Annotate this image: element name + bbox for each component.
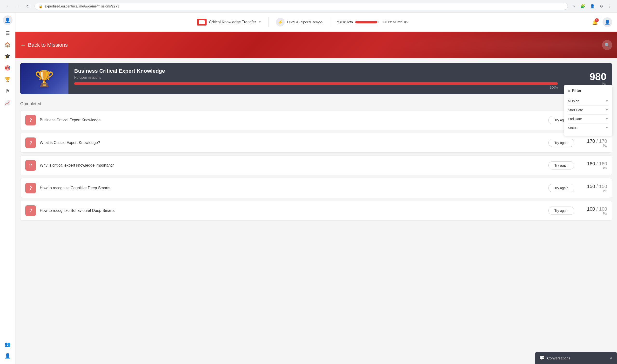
missions-icon: 🎯 [5, 65, 11, 71]
refresh-button[interactable]: ↻ [24, 3, 32, 10]
chevron-down-icon: ▼ [605, 108, 608, 112]
sidebar-item-team[interactable]: 👥 [2, 339, 13, 350]
mission-item-name: How to recognize Behavioural Deep Smarts [40, 208, 545, 213]
level-text: Level 4 - Speed Demon [287, 20, 322, 24]
try-again-button[interactable]: Try again [548, 161, 574, 169]
mission-item: ? What is Critical Expert Knowledge? Try… [20, 133, 612, 153]
home-icon: 🏠 [5, 42, 11, 48]
sidebar-item-home[interactable]: 🏠 [2, 39, 13, 50]
mission-item-icon: ? [25, 137, 36, 148]
flag-icon: ⚑ [6, 88, 10, 94]
address-bar[interactable]: 🔒 expertized.eu.centrical.me/w/game/miss… [34, 3, 568, 10]
game-logo [197, 19, 206, 26]
points-section: 3,670 Pts 330 Pts to level up [332, 20, 412, 24]
score-current: 170 [587, 138, 595, 144]
settings-button[interactable]: ⚙ [598, 3, 604, 9]
score-pts-label: Pts [578, 167, 607, 170]
try-again-button[interactable]: Try again [548, 207, 574, 215]
bookmark-button[interactable]: ☆ [571, 3, 577, 9]
notification-button[interactable]: 🔔 5 [590, 17, 600, 27]
user-avatar-button[interactable]: 👤 [603, 17, 612, 27]
completed-label: Completed [20, 101, 612, 106]
score-separator: / 170 [595, 138, 607, 144]
back-to-missions-link[interactable]: ← Back to Missions [20, 42, 68, 48]
filter-icon: ≡ [568, 89, 570, 93]
score-current: 100 [587, 206, 595, 212]
chevron-down-icon: ▼ [605, 117, 608, 121]
filter-item[interactable]: End Date ▼ [568, 115, 608, 124]
filter-item[interactable]: Status ▼ [568, 124, 608, 132]
sidebar-item-challenges[interactable]: 🏆 [2, 74, 13, 85]
profile-button[interactable]: 👤 [589, 3, 596, 9]
try-again-button[interactable]: Try again [548, 139, 574, 147]
filter-item[interactable]: Start Date ▼ [568, 106, 608, 115]
reports-icon: 📈 [5, 100, 11, 105]
mission-header-info: Business Critical Expert Knowledge No op… [69, 63, 584, 94]
level-section: ⚡ Level 4 - Speed Demon [271, 18, 327, 26]
user-icon: 👤 [5, 353, 11, 359]
top-bar: Critical Knowledge Transfer ▼ ⚡ Level 4 … [15, 13, 617, 32]
score-pts-label: Pts [578, 144, 607, 147]
mission-item-icon: ? [25, 160, 36, 171]
mission-header-card: 🏆 Business Critical Expert Knowledge No … [20, 63, 612, 94]
mission-name-topbar: Critical Knowledge Transfer [209, 20, 256, 24]
filter-items: Mission ▼ Start Date ▼ End Date ▼ Status… [568, 97, 608, 132]
filter-panel: ≡ Filter Mission ▼ Start Date ▼ End Date… [564, 85, 612, 136]
sidebar: 👤 ☰ 🏠 🎓 🎯 🏆 ⚑ 📈 👥 👤 [0, 13, 15, 364]
sidebar-item-learning[interactable]: 🎓 [2, 51, 13, 62]
learning-icon: 🎓 [5, 53, 11, 59]
page-area: ← Back to Missions 🔍 🏆 Business Critical… [15, 32, 617, 364]
xp-progress-fill [355, 21, 377, 23]
back-button[interactable]: ← [4, 3, 12, 10]
trophy-icon: 🏆 [35, 70, 54, 88]
try-again-button[interactable]: Try again [548, 184, 574, 192]
search-button[interactable]: 🔍 [602, 40, 612, 50]
mission-progress-bar [74, 82, 558, 85]
top-bar-divider-1 [269, 17, 269, 27]
conversations-panel[interactable]: 💬 Conversations ∧ [535, 352, 617, 364]
forward-button[interactable]: → [14, 3, 22, 10]
mission-item-icon: ? [25, 115, 36, 125]
mission-dropdown-arrow[interactable]: ▼ [258, 20, 261, 24]
score-current: 150 [587, 184, 595, 189]
mission-progress-label: 100% [74, 86, 558, 89]
back-label: Back to Missions [28, 42, 68, 48]
score-separator: / 150 [595, 184, 607, 189]
mission-item-name: What is Critical Expert Knowledge? [40, 141, 545, 145]
back-arrow-icon: ← [20, 42, 26, 48]
sidebar-item-reports[interactable]: 📈 [2, 97, 13, 108]
conversations-close-icon[interactable]: ∧ [610, 355, 613, 361]
mission-item-icon: ? [25, 183, 36, 193]
mission-item: ? How to recognize Cognitive Deep Smarts… [20, 178, 612, 198]
team-icon: 👥 [5, 341, 11, 347]
score-pts-label: Pts [578, 189, 607, 193]
mission-item-score: 160 / 160 Pts [578, 161, 607, 170]
page-content: 🏆 Business Critical Expert Knowledge No … [15, 58, 617, 228]
filter-item-label: End Date [568, 117, 582, 121]
filter-item[interactable]: Mission ▼ [568, 97, 608, 106]
notification-badge: 5 [595, 18, 599, 22]
extension-button[interactable]: 🧩 [579, 3, 587, 9]
mission-item-score: 170 / 170 Pts [578, 138, 607, 147]
menu-icon: ☰ [6, 30, 10, 36]
top-bar-divider-2 [330, 17, 330, 27]
sidebar-item-menu[interactable]: ☰ [2, 28, 13, 39]
mission-item-name: Why is critical expert knowledge importa… [40, 163, 545, 168]
mission-item-name: How to recognize Cognitive Deep Smarts [40, 186, 545, 190]
mission-item-icon: ? [25, 205, 36, 216]
filter-item-label: Status [568, 126, 577, 130]
sidebar-logo: 👤 [3, 15, 13, 25]
score-separator: / 160 [595, 161, 607, 166]
search-icon: 🔍 [604, 42, 610, 48]
mission-item: ? Why is critical expert knowledge impor… [20, 156, 612, 175]
filter-item-label: Mission [568, 99, 579, 103]
pts-to-level: 330 Pts to level up [382, 20, 408, 24]
conversations-icon: 💬 [539, 355, 545, 361]
challenges-icon: 🏆 [5, 77, 11, 82]
sidebar-item-missions[interactable]: 🎯 [2, 63, 13, 73]
sidebar-item-user[interactable]: 👤 [2, 351, 13, 361]
top-bar-right: 🔔 5 👤 [590, 17, 612, 27]
sidebar-item-flags[interactable]: ⚑ [2, 86, 13, 96]
more-button[interactable]: ⋮ [606, 3, 613, 9]
score-current: 160 [587, 161, 595, 166]
